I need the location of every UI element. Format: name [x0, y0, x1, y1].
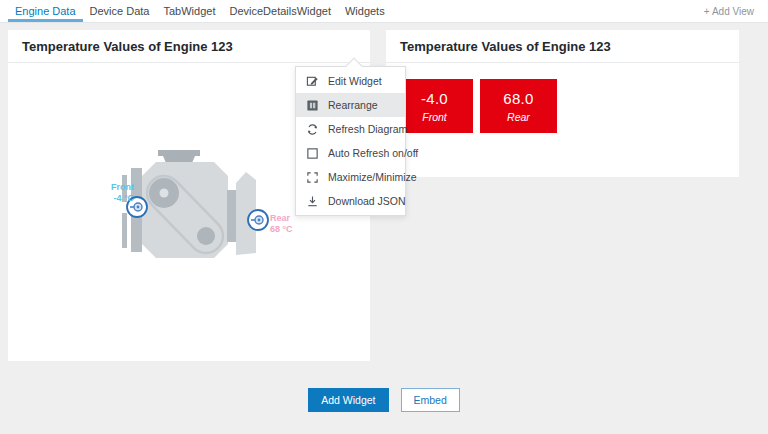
engine-illustration — [85, 145, 305, 265]
maximize-icon — [306, 171, 319, 184]
auto-refresh-icon — [306, 147, 319, 160]
tab-engine-data[interactable]: Engine Data — [8, 0, 83, 22]
menu-item-label: Refresh Diagram — [328, 123, 407, 135]
add-widget-button[interactable]: Add Widget — [308, 388, 388, 412]
menu-item-label: Download JSON — [328, 195, 406, 207]
widget-header: Temperature Values of Engine 123 — [386, 30, 739, 63]
temperature-tile-front: -4.0 Front — [396, 79, 473, 133]
menu-item-auto-refresh[interactable]: Auto Refresh on/off — [296, 141, 405, 165]
engine-pulley-small — [197, 227, 215, 245]
menu-item-edit-widget[interactable]: Edit Widget — [296, 69, 405, 93]
menu-item-label: Maximize/Minimize — [328, 171, 417, 183]
widget-context-menu: Edit Widget Rearrange Refresh Diagram Au… — [295, 66, 406, 216]
tile-value: 68.0 — [503, 90, 533, 107]
menu-item-label: Auto Refresh on/off — [328, 147, 418, 159]
menu-item-rearrange[interactable]: Rearrange — [296, 93, 405, 117]
tab-tabwidget[interactable]: TabWidget — [156, 0, 222, 22]
edit-widget-icon — [306, 75, 319, 88]
front-sensor-name: Front — [84, 182, 134, 193]
view-tabs: Engine Data Device Data TabWidget Device… — [8, 0, 392, 22]
front-sensor-value: -4 °C — [84, 193, 134, 204]
rear-sensor-marker-icon[interactable] — [248, 210, 268, 230]
menu-item-refresh-diagram[interactable]: Refresh Diagram — [296, 117, 405, 141]
rear-sensor-label: Rear 68 °C — [270, 213, 320, 235]
menu-item-label: Edit Widget — [328, 75, 382, 87]
dashboard-footer: Add Widget Embed — [0, 388, 768, 412]
rear-sensor-value: 68 °C — [270, 224, 320, 235]
widget-title: Temperature Values of Engine 123 — [400, 39, 611, 54]
engine-top-cap — [158, 150, 200, 156]
tab-device-data[interactable]: Device Data — [83, 0, 157, 22]
refresh-icon — [306, 123, 319, 136]
engine-graphic-svg — [85, 145, 305, 265]
menu-item-download-json[interactable]: Download JSON — [296, 189, 405, 213]
tile-value: -4.0 — [421, 90, 448, 107]
front-sensor-label: Front -4 °C — [84, 182, 134, 204]
widget-header: Temperature Values of Engine 123 — [8, 30, 370, 63]
embed-button[interactable]: Embed — [401, 388, 460, 412]
engine-block — [142, 162, 228, 258]
tile-label: Rear — [507, 111, 530, 123]
tile-label: Front — [422, 111, 447, 123]
engine-values-widget: Temperature Values of Engine 123 -4.0 Fr… — [386, 30, 739, 177]
widget-title: Temperature Values of Engine 123 — [22, 39, 233, 54]
rearrange-icon — [306, 99, 319, 112]
add-view-button[interactable]: + Add View — [704, 6, 754, 17]
menu-item-label: Rearrange — [328, 99, 378, 111]
temperature-tile-rear: 68.0 Rear — [480, 79, 557, 133]
tab-widgets[interactable]: Widgets — [338, 0, 392, 22]
download-icon — [306, 195, 319, 208]
menu-item-maximize-minimize[interactable]: Maximize/Minimize — [296, 165, 405, 189]
top-nav-bar: Engine Data Device Data TabWidget Device… — [0, 0, 768, 23]
tab-devicedetailswidget[interactable]: DeviceDetailsWidget — [222, 0, 337, 22]
